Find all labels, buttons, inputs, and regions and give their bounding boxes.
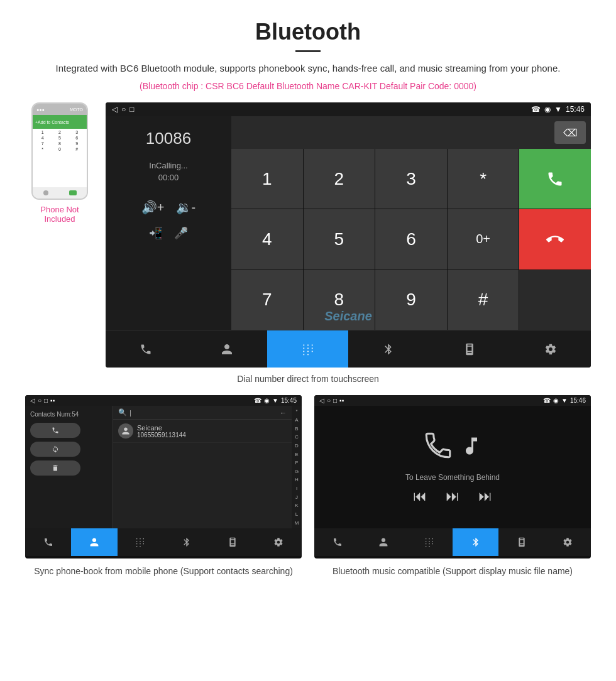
contacts-signal1: ▪▪ [50, 397, 55, 404]
contacts-caption: Sync phone-book from mobile phone (Suppo… [25, 565, 302, 578]
dialpad-grid: 1 2 3 * 4 5 6 0+ [231, 149, 591, 330]
car-calling-status: InCalling... [149, 161, 187, 170]
music-nav-bluetooth[interactable] [453, 528, 498, 556]
contacts-nav-dialpad[interactable] [118, 528, 163, 556]
mute-icon[interactable]: 🎤 [174, 226, 188, 240]
music-wifi-icon: ▼ [561, 397, 568, 404]
dial-key-8[interactable]: 8 [304, 270, 375, 330]
dial-key-7[interactable]: 7 [231, 270, 303, 330]
key-star: * [37, 147, 48, 151]
key-2: 2 [54, 130, 65, 134]
dial-key-empty [519, 270, 591, 330]
car-volume-controls: 🔊+ 🔉- [141, 200, 195, 215]
phone-top-bar: ●●● MOTO [33, 104, 87, 115]
music-nav-dialpad[interactable] [407, 528, 453, 556]
dial-key-call-green[interactable] [519, 149, 591, 209]
music-nav-phone2[interactable] [498, 528, 544, 556]
contacts-nav-settings[interactable] [256, 528, 302, 556]
contacts-recents-icon: □ [44, 397, 48, 404]
music-nav-phone[interactable] [314, 528, 360, 556]
alpha-f[interactable]: F [295, 460, 299, 466]
car-nav-bluetooth[interactable] [348, 330, 429, 368]
car-nav-contacts[interactable] [187, 330, 268, 368]
alpha-star[interactable]: * [295, 408, 297, 414]
alpha-e[interactable]: E [295, 452, 298, 457]
car-nav-dialpad[interactable] [267, 330, 348, 368]
contacts-right-panel: 🔍 | ← Seicane 10655059113144 [113, 406, 292, 528]
alpha-h[interactable]: H [295, 477, 299, 482]
contact-list-item[interactable]: Seicane 10655059113144 [113, 420, 292, 443]
contact-avatar [118, 423, 133, 439]
status-bar-right: ☎ ◉ ▼ 15:46 [531, 105, 585, 114]
dial-key-6[interactable]: 6 [375, 209, 447, 269]
car-status-bar: ◁ ○ □ ☎ ◉ ▼ 15:46 [106, 102, 591, 116]
contacts-nav-bluetooth[interactable] [163, 528, 209, 556]
contacts-phone-icon: ☎ [254, 397, 261, 404]
call-button[interactable] [30, 423, 80, 438]
music-nav-contacts[interactable] [360, 528, 406, 556]
contacts-left-panel: Contacts Num:54 [25, 406, 113, 528]
contacts-wifi-icon: ▼ [272, 397, 278, 404]
alpha-b[interactable]: B [295, 426, 298, 432]
search-icon: 🔍 [118, 408, 127, 417]
dialpad-row-3: 7 8 9 [34, 141, 85, 146]
phone-image: ●●● MOTO + Add to Contacts 1 2 3 [31, 102, 88, 200]
prev-button[interactable]: ⏮ [413, 488, 427, 504]
transfer-icon[interactable]: 📲 [149, 226, 163, 240]
alpha-i[interactable]: I [296, 486, 297, 491]
main-content-row: ●●● MOTO + Add to Contacts 1 2 3 [25, 102, 591, 368]
contacts-nav-phone[interactable] [25, 528, 71, 556]
delete-contact-button[interactable] [30, 460, 80, 476]
back-arrow-icon[interactable]: ← [280, 409, 287, 417]
contacts-status-right: ☎ ◉ ▼ 15:45 [254, 397, 297, 404]
dialpad-top: ⌫ [231, 116, 591, 149]
alpha-k[interactable]: K [295, 503, 298, 508]
contacts-nav-contacts[interactable] [71, 528, 117, 556]
alpha-j[interactable]: J [295, 494, 298, 500]
sync-button[interactable] [30, 442, 80, 457]
dial-key-0plus[interactable]: 0+ [448, 209, 519, 269]
dial-key-9[interactable]: 9 [375, 270, 447, 330]
dial-key-4[interactable]: 4 [231, 209, 303, 269]
dial-key-5[interactable]: 5 [304, 209, 375, 269]
alpha-g[interactable]: G [295, 469, 299, 474]
title-divider [295, 50, 321, 52]
music-caption: Bluetooth music compatible (Support disp… [314, 565, 591, 578]
contact-search-bar: 🔍 | ← [113, 406, 292, 420]
car-action-icons: 📲 🎤 [149, 226, 188, 240]
car-main-area: 10086 InCalling... 00:00 🔊+ 🔉- 📲 🎤 [106, 116, 591, 330]
contacts-nav-phone2[interactable] [209, 528, 255, 556]
car-nav-phone[interactable] [106, 330, 187, 368]
music-screen: ◁ ○ □ ▪▪ ☎ ◉ ▼ 15:46 [314, 395, 591, 558]
dial-key-star[interactable]: * [448, 149, 519, 209]
car-nav-settings[interactable] [510, 330, 591, 368]
dial-key-1[interactable]: 1 [231, 149, 303, 209]
music-nav [314, 528, 591, 556]
music-phone-icon: ☎ [543, 397, 551, 404]
contacts-card: ◁ ○ □ ▪▪ ☎ ◉ ▼ 15:45 [25, 395, 302, 578]
phone-thumbnail: ●●● MOTO + Add to Contacts 1 2 3 [25, 102, 94, 224]
delete-button[interactable]: ⌫ [554, 121, 586, 144]
phone-not-included-label: Phone Not Included [25, 205, 94, 224]
car-nav-phone2[interactable] [429, 330, 510, 368]
play-button[interactable]: ⏭ [446, 488, 459, 504]
search-cursor: | [129, 409, 131, 417]
music-status-bar: ◁ ○ □ ▪▪ ☎ ◉ ▼ 15:46 [314, 395, 591, 406]
alpha-m[interactable]: M [295, 520, 299, 526]
dial-key-2[interactable]: 2 [304, 149, 375, 209]
alpha-c[interactable]: C [295, 434, 299, 440]
alpha-l[interactable]: L [295, 511, 298, 517]
alpha-a[interactable]: A [295, 417, 298, 423]
music-nav-settings[interactable] [545, 528, 591, 556]
alpha-d[interactable]: D [295, 443, 299, 449]
dial-key-hash[interactable]: # [448, 270, 519, 330]
dial-key-3[interactable]: 3 [375, 149, 447, 209]
car-right-panel: ⌫ 1 2 3 * 4 5 6 [231, 116, 591, 330]
contacts-screen: ◁ ○ □ ▪▪ ☎ ◉ ▼ 15:45 [25, 395, 302, 558]
contacts-count: Contacts Num:54 [30, 411, 107, 418]
volume-up-icon[interactable]: 🔊+ [141, 200, 165, 215]
volume-down-icon[interactable]: 🔉- [176, 200, 196, 215]
next-button[interactable]: ⏭ [478, 488, 492, 504]
key-1: 1 [37, 130, 48, 134]
dial-key-call-red[interactable] [519, 209, 591, 269]
